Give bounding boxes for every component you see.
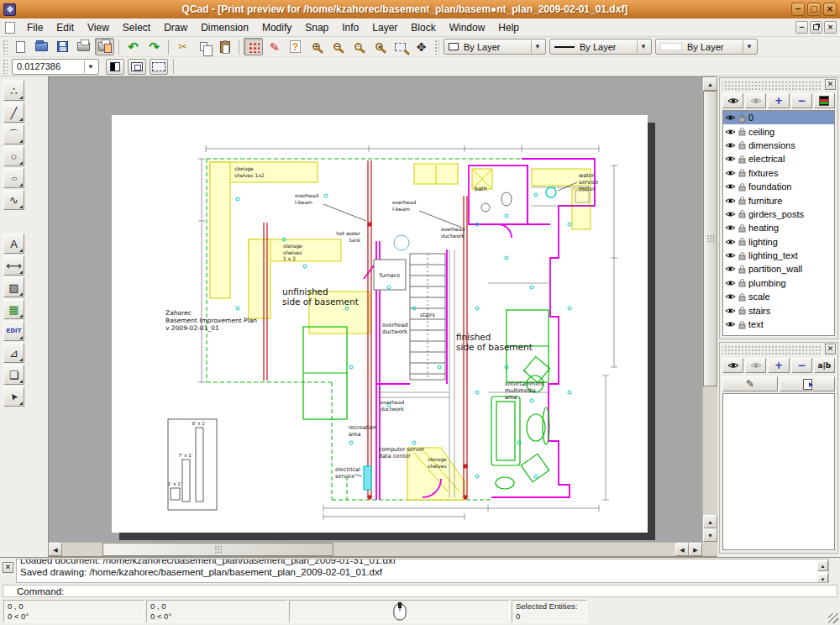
- save-button[interactable]: [53, 38, 72, 55]
- layer-row-foundation[interactable]: foundation: [723, 180, 834, 193]
- scroll-left-button[interactable]: ◀: [675, 543, 689, 556]
- draft-button[interactable]: ✎: [265, 38, 284, 55]
- lock-icon[interactable]: [738, 127, 746, 136]
- layer-row-electrical[interactable]: electrical: [723, 152, 834, 165]
- lock-icon[interactable]: [738, 140, 746, 150]
- panel-drag-handle[interactable]: ✕: [722, 344, 822, 356]
- scale-combo[interactable]: 0.0127386 ▼: [12, 59, 99, 75]
- scroll-down-button[interactable]: ▼: [703, 528, 717, 542]
- eye-icon[interactable]: [725, 113, 736, 122]
- history-scrollbar[interactable]: ▲ ▼: [817, 560, 828, 583]
- image-tool[interactable]: ▦: [3, 299, 24, 319]
- add-block-button[interactable]: +: [768, 358, 789, 373]
- close-icon[interactable]: ✕: [3, 562, 13, 573]
- layer-row-lighting[interactable]: lighting: [723, 235, 834, 249]
- menu-info[interactable]: Info: [335, 20, 365, 35]
- minimize-button[interactable]: −: [791, 3, 805, 16]
- mdi-close-button[interactable]: ×: [824, 21, 837, 34]
- copy-button[interactable]: [194, 38, 213, 55]
- maximize-button[interactable]: □: [807, 3, 821, 16]
- circle-tool[interactable]: ○: [3, 146, 24, 166]
- lock-icon[interactable]: [738, 155, 746, 164]
- eye-icon[interactable]: [725, 279, 736, 287]
- toolbar-handle[interactable]: [3, 59, 8, 74]
- center-page-button[interactable]: [150, 59, 168, 75]
- menu-block[interactable]: Block: [404, 20, 442, 35]
- line-tool[interactable]: ╱: [3, 102, 24, 123]
- layer-row-ceiling[interactable]: ceiling: [723, 124, 834, 138]
- horizontal-scrollbar[interactable]: ◀ ◀ ▶: [49, 542, 702, 556]
- lock-icon[interactable]: [738, 223, 746, 233]
- eye-icon[interactable]: [725, 141, 736, 150]
- lock-icon[interactable]: [738, 209, 746, 218]
- remove-layer-button[interactable]: −: [791, 93, 812, 108]
- print-button[interactable]: [74, 38, 93, 55]
- pan-button[interactable]: ✥: [412, 38, 431, 55]
- layer-row-text[interactable]: text: [723, 318, 834, 331]
- lock-icon[interactable]: [738, 182, 746, 192]
- panel-drag-handle[interactable]: ✕: [722, 80, 822, 92]
- remove-block-button[interactable]: −: [791, 358, 812, 373]
- eye-icon[interactable]: [725, 169, 736, 177]
- layer-row-stairs[interactable]: stairs: [723, 303, 834, 317]
- edit-tool[interactable]: EDIT: [3, 321, 24, 341]
- fit-page-button[interactable]: [128, 59, 146, 75]
- layer-row-plumbing[interactable]: plumbing: [723, 276, 834, 290]
- eye-icon[interactable]: [725, 128, 736, 136]
- black-white-button[interactable]: [106, 59, 124, 75]
- scroll-up-button[interactable]: ▲: [817, 560, 828, 571]
- eye-icon[interactable]: [725, 307, 736, 315]
- edit-block-button[interactable]: ✎: [722, 376, 778, 391]
- close-icon[interactable]: ✕: [825, 79, 836, 90]
- hide-all-layers-button[interactable]: [745, 93, 766, 108]
- eye-icon[interactable]: [725, 238, 736, 246]
- arc-tool[interactable]: ⌒: [3, 124, 24, 144]
- menu-modify[interactable]: Modify: [255, 20, 298, 35]
- menu-draw[interactable]: Draw: [157, 20, 194, 35]
- horizontal-scrollbar-thumb[interactable]: [102, 543, 333, 556]
- command-input[interactable]: Command:: [3, 585, 837, 597]
- add-layer-button[interactable]: +: [768, 93, 789, 108]
- layer-attributes-button[interactable]: [814, 93, 835, 108]
- print-preview-view[interactable]: ZahorecBasement Improvement Planv 2009-0…: [49, 77, 702, 542]
- scroll-up-button[interactable]: ▲: [703, 515, 717, 528]
- eye-icon[interactable]: [725, 210, 736, 218]
- zoom-auto-button[interactable]: ∙: [349, 38, 368, 55]
- lock-icon[interactable]: [738, 251, 746, 260]
- layer-row-0[interactable]: 0: [723, 111, 834, 124]
- spline-tool[interactable]: ∿: [3, 190, 24, 210]
- dimension-tool[interactable]: ⟷: [3, 255, 24, 276]
- grid-button[interactable]: [244, 38, 263, 55]
- layer-row-girders_posts[interactable]: girders_posts: [723, 207, 834, 221]
- toolbar-handle[interactable]: [3, 39, 8, 55]
- menu-edit[interactable]: Edit: [50, 20, 81, 35]
- menu-dimension[interactable]: Dimension: [194, 20, 255, 35]
- hide-all-blocks-button[interactable]: [745, 358, 766, 373]
- lock-icon[interactable]: [738, 237, 746, 246]
- layer-row-furniture[interactable]: furniture: [723, 193, 834, 207]
- eye-icon[interactable]: [725, 197, 736, 205]
- lock-icon[interactable]: [738, 278, 746, 287]
- lock-icon[interactable]: [738, 113, 746, 123]
- menu-layer[interactable]: Layer: [365, 20, 404, 35]
- linewidth-combo[interactable]: By Layer▼: [655, 39, 758, 55]
- scroll-left-button[interactable]: ◀: [49, 543, 62, 556]
- eye-icon[interactable]: [725, 155, 736, 163]
- block-tool[interactable]: ❏: [3, 365, 24, 385]
- linetype-combo[interactable]: By Layer▼: [549, 39, 652, 55]
- redo-button[interactable]: ↷: [144, 38, 164, 55]
- show-all-layers-button[interactable]: [722, 93, 743, 108]
- lock-icon[interactable]: [738, 292, 746, 302]
- undo-button[interactable]: ↶: [123, 38, 143, 55]
- eye-icon[interactable]: [725, 292, 736, 301]
- new-button[interactable]: [11, 38, 30, 55]
- print-preview-button[interactable]: [95, 38, 114, 55]
- layer-row-fixtures[interactable]: fixtures: [723, 166, 834, 180]
- eye-icon[interactable]: [725, 265, 736, 273]
- close-button[interactable]: ×: [823, 3, 837, 16]
- eye-icon[interactable]: [725, 251, 736, 260]
- close-icon[interactable]: ✕: [825, 344, 836, 355]
- zoom-out-button[interactable]: −: [328, 38, 347, 55]
- scroll-right-button[interactable]: ▶: [689, 543, 702, 556]
- layer-row-partition_wall[interactable]: partition_wall: [723, 262, 834, 276]
